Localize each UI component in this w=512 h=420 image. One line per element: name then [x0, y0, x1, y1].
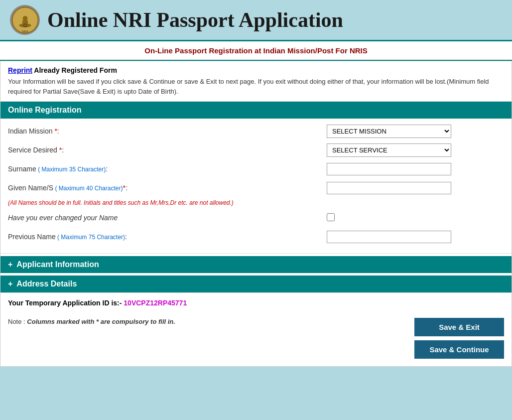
service-desired-row: Service Desired *: SELECT SERVICE	[8, 142, 504, 157]
previous-name-input[interactable]	[327, 231, 451, 243]
given-names-label: Given Name/S ( Maximum 40 Character)*:	[8, 184, 327, 192]
registration-form: Indian Mission *: SELECT MISSION Service…	[0, 119, 512, 254]
applicant-information-title: Applicant Information	[16, 260, 99, 269]
svg-point-3	[22, 16, 27, 21]
indian-mission-row: Indian Mission *: SELECT MISSION	[8, 124, 504, 139]
sub-header: On-Line Passport Registration at Indian …	[0, 40, 512, 60]
previous-name-row: Previous Name ( Maximum 75 Character):	[8, 229, 504, 244]
info-description: Your Information will be saved if you cl…	[8, 77, 504, 96]
address-plus-icon: +	[8, 280, 12, 288]
bottom-row: Note : Columns marked with * are compuls…	[0, 313, 512, 366]
svg-rect-2	[22, 20, 28, 25]
page-wrapper: INDIA Online NRI Passport Application On…	[0, 0, 512, 367]
save-continue-button[interactable]: Save & Continue	[414, 340, 504, 359]
indian-mission-required: *	[53, 127, 57, 135]
surname-control	[327, 163, 504, 175]
names-note: (All Names should be in full. Initials a…	[8, 199, 504, 206]
reprint-line: Reprint Already Registered Form	[8, 66, 504, 74]
service-desired-required: *	[57, 146, 62, 154]
given-names-hint: ( Maximum 40 Character)	[53, 185, 123, 192]
header: INDIA Online NRI Passport Application	[0, 0, 512, 40]
reprint-link[interactable]: Reprint	[8, 66, 32, 74]
note-bold: Columns marked with * are compulsory to …	[27, 318, 175, 325]
previous-name-hint: ( Maximum 75 Character)	[56, 234, 125, 241]
government-emblem: INDIA	[10, 5, 40, 35]
app-id-label: Your Temporary Application ID is:-	[8, 299, 124, 307]
surname-row: Surname ( Maximum 35 Character):	[8, 161, 504, 176]
main-content: Reprint Already Registered Form Your Inf…	[0, 61, 512, 367]
previous-name-label: Previous Name ( Maximum 75 Character):	[8, 233, 327, 241]
changed-name-label: Have you ever changed your Name	[8, 214, 327, 222]
indian-mission-select[interactable]: SELECT MISSION	[327, 125, 451, 138]
service-desired-select[interactable]: SELECT SERVICE	[327, 143, 451, 157]
indian-mission-control: SELECT MISSION	[327, 125, 504, 138]
address-details-header[interactable]: + Address Details	[0, 276, 512, 292]
address-details-title: Address Details	[16, 280, 77, 288]
indian-mission-label: Indian Mission *:	[8, 127, 327, 135]
changed-name-row: Have you ever changed your Name	[8, 210, 504, 225]
applicant-plus-icon: +	[8, 260, 12, 269]
given-names-row: Given Name/S ( Maximum 40 Character)*:	[8, 180, 504, 195]
changed-name-checkbox[interactable]	[327, 213, 335, 221]
given-names-input[interactable]	[327, 182, 451, 194]
service-desired-label: Service Desired *:	[8, 146, 327, 154]
already-registered-text: Already Registered Form	[32, 66, 117, 74]
surname-hint: ( Maximum 35 Character)	[36, 166, 106, 173]
save-exit-button[interactable]: Save & Exit	[414, 318, 504, 336]
applicant-information-header[interactable]: + Applicant Information	[0, 256, 512, 273]
surname-input[interactable]	[327, 163, 451, 175]
service-desired-control: SELECT SERVICE	[327, 143, 504, 157]
note-text: Note : Columns marked with * are compuls…	[8, 318, 175, 325]
app-id-area: Your Temporary Application ID is:- 10VCP…	[0, 292, 512, 313]
online-registration-title: Online Registration	[8, 106, 82, 115]
page-title: Online NRI Passport Application	[47, 8, 343, 32]
surname-label: Surname ( Maximum 35 Character):	[8, 165, 327, 173]
given-names-required: *	[123, 184, 125, 192]
app-id-value: 10VCPZ12RP45771	[124, 299, 187, 307]
changed-name-control	[327, 213, 504, 223]
svg-text:INDIA: INDIA	[21, 30, 28, 33]
online-registration-header: Online Registration	[0, 102, 512, 119]
previous-name-control	[327, 231, 504, 243]
given-names-control	[327, 182, 504, 194]
info-box: Reprint Already Registered Form Your Inf…	[0, 61, 512, 102]
buttons-area: Save & Exit Save & Continue	[414, 318, 504, 359]
